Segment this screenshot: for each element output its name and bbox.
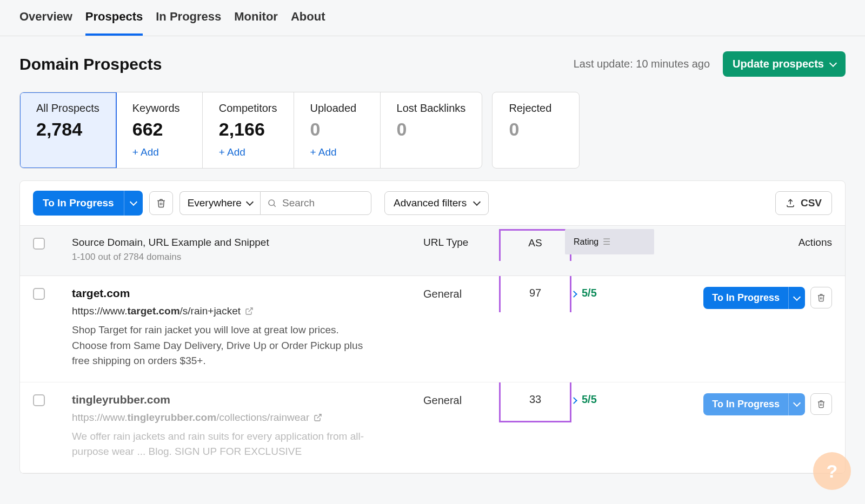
delete-button[interactable] bbox=[149, 191, 173, 215]
rating-cell[interactable]: 5/5 bbox=[571, 287, 680, 299]
external-link-icon[interactable] bbox=[245, 307, 254, 315]
as-value: 33 bbox=[529, 392, 541, 405]
trash-icon bbox=[156, 198, 166, 208]
to-in-progress-button[interactable]: To In Progress bbox=[33, 191, 124, 216]
stat-label: Rejected bbox=[509, 102, 563, 115]
url-example[interactable]: https://www.tingleyrubber.com/collection… bbox=[72, 412, 417, 424]
rating-value: 5/5 bbox=[582, 287, 597, 299]
row-to-in-progress-dropdown[interactable] bbox=[788, 393, 805, 415]
stat-lost-backlinks[interactable]: Lost Backlinks 0 bbox=[381, 92, 482, 168]
add-keywords-link[interactable]: + Add bbox=[132, 146, 186, 158]
url-type: General bbox=[423, 287, 499, 300]
tab-about[interactable]: About bbox=[291, 10, 325, 36]
search-input[interactable] bbox=[282, 197, 363, 209]
scope-select[interactable]: Everywhere bbox=[179, 191, 260, 215]
chevron-down-icon bbox=[246, 198, 254, 206]
table-header: Source Domain, URL Example and Snippet 1… bbox=[20, 225, 845, 276]
chevron-right-icon bbox=[571, 393, 576, 406]
tab-overview[interactable]: Overview bbox=[19, 10, 72, 36]
table-row: tingleyrubber.com https://www.tingleyrub… bbox=[20, 382, 845, 473]
last-update-label: Last update: 10 minutes ago bbox=[574, 58, 710, 70]
trash-icon bbox=[817, 293, 826, 302]
row-to-in-progress-button[interactable]: To In Progress bbox=[703, 287, 788, 309]
stat-keywords[interactable]: Keywords 662 + Add bbox=[116, 92, 203, 168]
row-delete-button[interactable] bbox=[810, 287, 832, 308]
csv-label: CSV bbox=[801, 197, 822, 209]
stat-value: 2,784 bbox=[36, 119, 99, 140]
stat-all-prospects[interactable]: All Prospects 2,784 bbox=[20, 92, 116, 168]
snippet: We offer rain jackets and rain suits for… bbox=[72, 429, 364, 460]
stat-label: Keywords bbox=[132, 102, 186, 115]
col-actions: Actions bbox=[686, 237, 832, 248]
stat-label: Uploaded bbox=[310, 102, 364, 115]
search-box bbox=[260, 191, 371, 215]
col-rating[interactable]: Rating☰ bbox=[565, 229, 654, 254]
stat-value: 0 bbox=[509, 119, 563, 140]
stat-uploaded[interactable]: Uploaded 0 + Add bbox=[294, 92, 381, 168]
rating-cell[interactable]: 5/5 bbox=[571, 393, 680, 406]
prospects-panel: To In Progress Everywhere Adv bbox=[19, 180, 846, 474]
add-competitors-link[interactable]: + Add bbox=[219, 146, 277, 158]
sort-icon: ☰ bbox=[603, 237, 610, 247]
page-header: Domain Prospects Last update: 10 minutes… bbox=[19, 51, 846, 77]
rating-value: 5/5 bbox=[582, 393, 597, 406]
tab-prospects[interactable]: Prospects bbox=[85, 10, 143, 36]
stat-value: 662 bbox=[132, 119, 186, 140]
col-as[interactable]: AS bbox=[507, 237, 563, 249]
url-example[interactable]: https://www.target.com/s/rain+jacket bbox=[72, 305, 417, 317]
stat-label: All Prospects bbox=[36, 102, 99, 115]
col-source-sub: 1-100 out of 2784 domains bbox=[72, 252, 417, 263]
export-csv-button[interactable]: CSV bbox=[775, 191, 832, 215]
domain-name[interactable]: target.com bbox=[72, 287, 417, 300]
top-tabs: Overview Prospects In Progress Monitor A… bbox=[0, 0, 865, 36]
search-icon bbox=[267, 198, 277, 208]
to-in-progress-dropdown[interactable] bbox=[124, 191, 143, 216]
page-title: Domain Prospects bbox=[19, 55, 162, 73]
row-checkbox[interactable] bbox=[33, 288, 45, 300]
row-to-in-progress-button[interactable]: To In Progress bbox=[703, 393, 788, 415]
toolbar: To In Progress Everywhere Adv bbox=[20, 181, 845, 225]
chevron-down-icon bbox=[829, 59, 837, 66]
tab-monitor[interactable]: Monitor bbox=[234, 10, 278, 36]
tab-in-progress[interactable]: In Progress bbox=[156, 10, 221, 36]
col-source: Source Domain, URL Example and Snippet bbox=[72, 237, 417, 248]
url-type: General bbox=[423, 393, 499, 407]
select-all-checkbox[interactable] bbox=[33, 238, 45, 250]
update-prospects-button[interactable]: Update prospects bbox=[723, 51, 846, 77]
domain-name[interactable]: tingleyrubber.com bbox=[72, 393, 417, 406]
chevron-down-icon bbox=[473, 198, 481, 206]
stats-row: All Prospects 2,784 Keywords 662 + Add C… bbox=[19, 92, 846, 169]
stat-value: 2,166 bbox=[219, 119, 277, 140]
chevron-down-icon bbox=[793, 399, 801, 407]
row-delete-button[interactable] bbox=[810, 393, 832, 415]
chevron-right-icon bbox=[571, 287, 576, 299]
stat-value: 0 bbox=[397, 119, 466, 140]
as-value: 97 bbox=[529, 286, 541, 299]
stat-value: 0 bbox=[310, 119, 364, 140]
row-checkbox[interactable] bbox=[33, 394, 45, 406]
scope-label: Everywhere bbox=[188, 197, 242, 209]
help-button[interactable]: ? bbox=[813, 452, 851, 489]
advanced-filters-label: Advanced filters bbox=[394, 197, 467, 209]
add-uploaded-link[interactable]: + Add bbox=[310, 146, 364, 158]
chevron-down-icon bbox=[793, 293, 801, 300]
chevron-down-icon bbox=[130, 198, 137, 206]
stat-label: Lost Backlinks bbox=[397, 102, 466, 115]
stat-competitors[interactable]: Competitors 2,166 + Add bbox=[203, 92, 294, 168]
upload-icon bbox=[786, 198, 795, 208]
table-row: target.com https://www.target.com/s/rain… bbox=[20, 276, 845, 382]
external-link-icon[interactable] bbox=[314, 413, 322, 422]
update-prospects-label: Update prospects bbox=[733, 58, 824, 70]
svg-line-2 bbox=[249, 308, 252, 312]
advanced-filters-button[interactable]: Advanced filters bbox=[384, 191, 489, 215]
row-to-in-progress-dropdown[interactable] bbox=[788, 287, 805, 309]
col-url-type[interactable]: URL Type bbox=[423, 237, 499, 248]
stat-label: Competitors bbox=[219, 102, 277, 115]
svg-line-1 bbox=[274, 205, 275, 206]
svg-point-0 bbox=[269, 200, 275, 206]
svg-line-3 bbox=[317, 414, 321, 418]
stat-rejected[interactable]: Rejected 0 bbox=[493, 92, 579, 168]
snippet: Shop Target for rain jacket you will lov… bbox=[72, 322, 364, 369]
trash-icon bbox=[817, 400, 826, 408]
